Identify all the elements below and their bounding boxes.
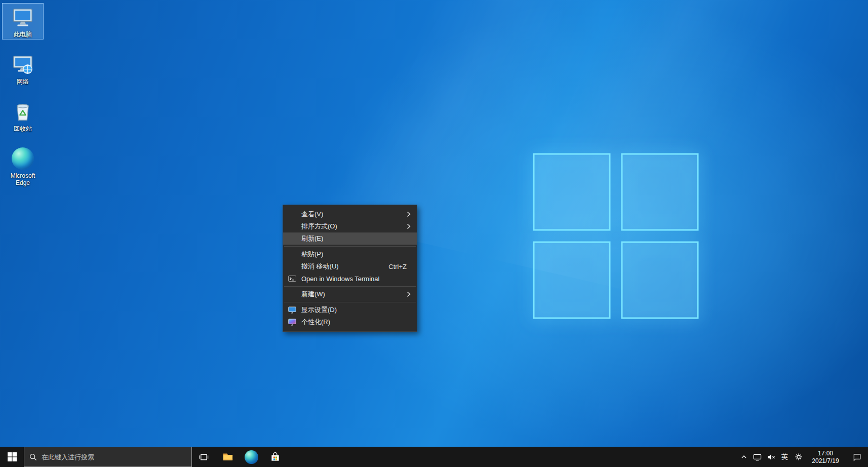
menu-item-shortcut: Ctrl+Z — [388, 263, 411, 270]
file-explorer-icon — [222, 451, 233, 462]
desktop-icon-label: 回收站 — [14, 125, 32, 132]
chevron-up-icon — [741, 454, 747, 460]
taskbar-clock[interactable]: 17:00 2021/7/19 — [805, 449, 846, 465]
desktop-icon-label: 网络 — [17, 78, 29, 85]
menu-item-open-windows-terminal[interactable]: Open in Windows Terminal — [283, 273, 417, 285]
display-settings-icon — [288, 306, 296, 314]
network-icon — [11, 52, 35, 76]
menu-item-sort-by[interactable]: 排序方式(O) — [283, 220, 417, 232]
microsoft-store-icon — [270, 452, 281, 462]
action-center-button[interactable] — [846, 447, 868, 467]
submenu-arrow-icon — [407, 211, 411, 217]
edge-taskbar-button[interactable] — [240, 447, 263, 467]
volume-tray-button[interactable] — [764, 447, 778, 467]
menu-item-paste[interactable]: 粘贴(P) — [283, 248, 417, 260]
taskbar: 英 17:00 2021/7/19 — [0, 447, 868, 467]
menu-item-label: 排序方式(O) — [301, 222, 337, 231]
menu-item-label: 显示设置(D) — [301, 305, 337, 315]
gear-icon — [795, 453, 803, 461]
this-pc-icon — [11, 5, 35, 29]
action-center-icon — [853, 453, 861, 461]
windows-logo-wallpaper — [533, 153, 700, 320]
menu-item-label: 查看(V) — [301, 210, 323, 219]
submenu-arrow-icon — [407, 223, 411, 229]
taskbar-empty-area[interactable] — [287, 447, 737, 467]
edge-icon — [11, 146, 35, 171]
menu-item-label: 粘贴(P) — [301, 250, 323, 259]
menu-item-label: 刷新(E) — [301, 234, 323, 243]
start-button[interactable] — [0, 447, 24, 467]
menu-item-label: 撤消 移动(U) — [301, 262, 339, 271]
clock-date: 2021/7/19 — [805, 457, 846, 465]
menu-item-label: 个性化(R) — [301, 318, 330, 327]
search-input[interactable] — [42, 453, 186, 461]
menu-item-undo-move[interactable]: 撤消 移动(U) Ctrl+Z — [283, 260, 417, 273]
system-tray: 英 17:00 2021/7/19 — [737, 447, 868, 467]
ime-language-label: 英 — [781, 452, 788, 461]
desktop-icon-recycle-bin[interactable]: 回收站 — [2, 97, 44, 134]
personalization-icon — [288, 318, 296, 326]
menu-item-label: 新建(W) — [301, 290, 325, 299]
menu-separator — [284, 302, 416, 302]
task-view-button[interactable] — [192, 447, 216, 467]
desktop-background[interactable]: 此电脑 网络 — [0, 0, 868, 467]
volume-muted-icon — [767, 453, 775, 461]
submenu-arrow-icon — [407, 291, 411, 297]
menu-separator — [284, 246, 416, 247]
ime-indicator[interactable]: 英 — [778, 447, 792, 467]
wallpaper-light-beam — [96, 0, 868, 402]
network-icon — [753, 453, 762, 461]
desktop-icon-label: 此电脑 — [14, 31, 32, 38]
menu-separator — [284, 286, 416, 287]
desktop-icon-edge[interactable]: Microsoft Edge — [2, 144, 44, 188]
microsoft-store-button[interactable] — [263, 447, 287, 467]
hidden-icons-chevron[interactable] — [737, 447, 751, 467]
desktop-icon-label: Microsoft Edge — [4, 172, 42, 186]
desktop-icon-network[interactable]: 网络 — [2, 50, 44, 87]
recycle-bin-icon — [11, 99, 35, 124]
taskbar-search[interactable] — [24, 447, 192, 467]
desktop-icon-this-pc[interactable]: 此电脑 — [2, 3, 44, 40]
menu-item-personalize[interactable]: 个性化(R) — [283, 316, 417, 328]
menu-item-new[interactable]: 新建(W) — [283, 288, 417, 300]
menu-item-display-settings[interactable]: 显示设置(D) — [283, 304, 417, 316]
menu-item-label: Open in Windows Terminal — [301, 275, 379, 283]
windows-start-icon — [8, 452, 17, 461]
search-icon — [29, 453, 37, 461]
settings-tray-button[interactable] — [792, 447, 805, 467]
menu-item-view[interactable]: 查看(V) — [283, 208, 417, 220]
file-explorer-button[interactable] — [216, 447, 240, 467]
menu-item-refresh[interactable]: 刷新(E) — [283, 232, 417, 245]
task-view-icon — [199, 452, 209, 462]
edge-icon — [245, 450, 258, 464]
desktop-context-menu: 查看(V) 排序方式(O) 刷新(E) 粘贴(P) 撤消 移动(U) Ctrl+… — [283, 205, 417, 332]
windows-terminal-icon — [288, 275, 296, 283]
desktop-icon-column: 此电脑 网络 — [1, 3, 45, 199]
network-tray-button[interactable] — [751, 447, 764, 467]
clock-time: 17:00 — [805, 450, 846, 457]
